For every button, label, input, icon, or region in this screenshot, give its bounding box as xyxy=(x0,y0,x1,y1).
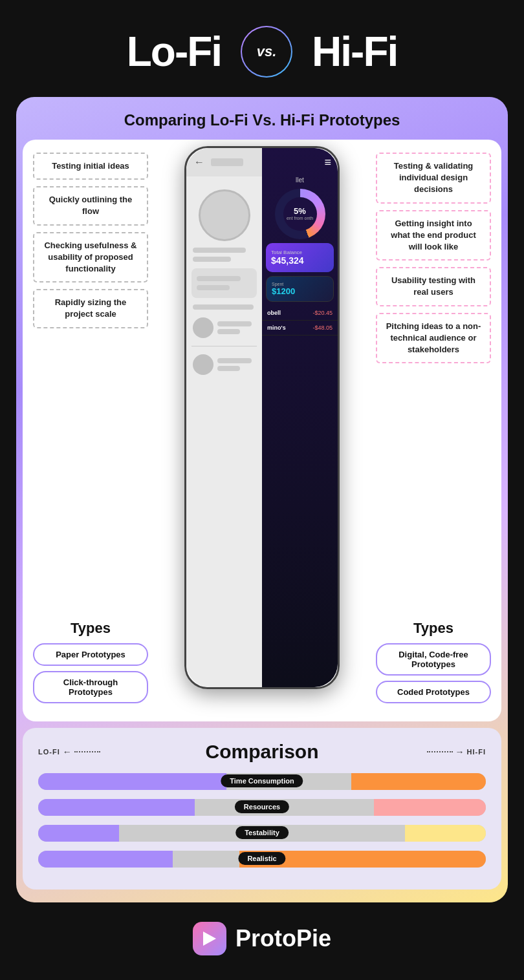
chart-subtext: ent from onth xyxy=(287,216,313,221)
bar-right-fill-0 xyxy=(351,773,486,790)
bar-right-fill-1 xyxy=(374,799,486,816)
hifi-title: Hi-Fi xyxy=(312,28,397,76)
bar-label-1: Resources xyxy=(235,800,289,813)
hifi-type-1: Digital, Code-free Prototypes xyxy=(376,643,491,676)
balance-card: Total Balance $45,324 xyxy=(266,243,334,272)
hifi-use-4: Pitching ideas to a non-technical audien… xyxy=(376,313,491,364)
bar-left-fill-3 xyxy=(38,851,173,868)
spent-card: Spent $1200 xyxy=(266,276,334,302)
lofi-card-1 xyxy=(191,268,257,298)
lofi-tx-row-2 xyxy=(193,354,256,375)
hifi-topbar: ≡ xyxy=(262,148,338,176)
bar-left-fill-0 xyxy=(38,773,226,790)
left-arrow-icon: ← xyxy=(63,747,72,757)
spent-amount: $1200 xyxy=(272,286,328,296)
hamburger-icon: ≡ xyxy=(324,156,331,169)
comparison-bar-0: Time Consumption xyxy=(38,773,486,790)
tx2-amount: -$48.05 xyxy=(312,325,333,331)
bar-label-2: Testability xyxy=(235,826,289,839)
hifi-types-label: Types xyxy=(376,620,491,637)
comparison-header: LO-FI ← Comparison → HI-FI xyxy=(38,741,486,763)
hifi-use-2: Getting insight into what the end produc… xyxy=(376,210,491,261)
lofi-uses-column: Testing initial ideas Quickly outlining … xyxy=(23,140,158,721)
lofi-bar-1 xyxy=(193,248,246,253)
lofi-types-section: Types Paper Prototypes Click-through Pro… xyxy=(33,607,148,708)
comparison-bar-2: Testability xyxy=(38,825,486,842)
lofi-tx-row-1 xyxy=(193,317,256,338)
protopie-logo-icon xyxy=(200,929,219,948)
chart-percent: 5% xyxy=(294,206,306,216)
hifi-type-2: Coded Prototypes xyxy=(376,681,491,703)
vs-badge: vs. xyxy=(241,26,292,78)
page-footer: ProtoPie xyxy=(193,902,331,968)
lofi-topbar: ← xyxy=(186,148,262,176)
hifi-phone-side: ≡ llet 5% ent from onth Total Balance $4… xyxy=(262,148,338,687)
chart-inner: 5% ent from onth xyxy=(283,197,317,231)
lofi-arrow-label: LO-FI ← xyxy=(38,747,100,757)
title-placeholder xyxy=(211,158,243,166)
page-header: Lo-Fi vs. Hi-Fi xyxy=(0,0,524,97)
lofi-use-1: Testing initial ideas xyxy=(33,153,148,180)
comparison-section: LO-FI ← Comparison → HI-FI Time Consumpt… xyxy=(23,728,501,889)
svg-marker-0 xyxy=(203,932,216,946)
lofi-use-3: Checking usefulness & usability of propo… xyxy=(33,232,148,283)
wallet-title: llet xyxy=(262,176,338,186)
tx1-name: obell xyxy=(267,310,281,316)
lofi-type-1: Paper Prototypes xyxy=(33,643,148,666)
tx2-name: mino's xyxy=(267,325,286,331)
card-title: Comparing Lo-Fi Vs. Hi-Fi Prototypes xyxy=(16,97,508,140)
hifi-arrow-label: → HI-FI xyxy=(427,747,486,757)
spent-label: Spent xyxy=(272,282,328,286)
right-arrow-icon: → xyxy=(455,747,464,757)
comparison-title: Comparison xyxy=(205,741,318,763)
balance-amount: $45,324 xyxy=(271,255,329,266)
phone-screen: ← xyxy=(184,146,340,689)
lofi-title: Lo-Fi xyxy=(127,28,221,76)
hifi-types-section: Types Digital, Code-free Prototypes Code… xyxy=(376,607,491,708)
comparison-bars: Time ConsumptionResourcesTestabilityReal… xyxy=(38,773,486,868)
back-icon: ← xyxy=(194,156,204,168)
hifi-donut-chart: 5% ent from onth xyxy=(275,189,325,239)
lofi-types-label: Types xyxy=(33,620,148,637)
bar-label-3: Realistic xyxy=(238,852,285,865)
tx-row-2: mino's -$48.05 xyxy=(262,321,338,336)
lofi-use-2: Quickly outlining the flow xyxy=(33,186,148,225)
comparison-bar-3: Realistic xyxy=(38,851,486,868)
lofi-type-2: Click-through Prototypes xyxy=(33,671,148,703)
lofi-use-4: Rapidly sizing the project scale xyxy=(33,289,148,328)
footer-brand-name: ProtoPie xyxy=(235,925,331,952)
lofi-phone-side: ← xyxy=(186,148,262,687)
middle-section: Testing initial ideas Quickly outlining … xyxy=(23,140,501,721)
tx1-amount: -$20.45 xyxy=(312,310,333,316)
main-card: Comparing Lo-Fi Vs. Hi-Fi Prototypes Tes… xyxy=(16,97,508,902)
protopie-logo xyxy=(193,922,226,955)
hifi-uses-column: Testing & validating individual design d… xyxy=(366,140,501,721)
hifi-use-3: Usability testing with real users xyxy=(376,267,491,306)
lofi-circle-placeholder xyxy=(199,189,250,241)
balance-label: Total Balance xyxy=(271,250,329,255)
bar-right-fill-2 xyxy=(405,825,486,842)
bar-left-fill-1 xyxy=(38,799,195,816)
tx-row-1: obell -$20.45 xyxy=(262,306,338,321)
lofi-bar-3 xyxy=(193,304,254,310)
bar-label-0: Time Consumption xyxy=(221,774,303,787)
hifi-use-1: Testing & validating individual design d… xyxy=(376,153,491,204)
comparison-bar-1: Resources xyxy=(38,799,486,816)
lofi-bar-2 xyxy=(193,257,231,262)
bar-left-fill-2 xyxy=(38,825,119,842)
phone-area: ← xyxy=(158,140,366,721)
